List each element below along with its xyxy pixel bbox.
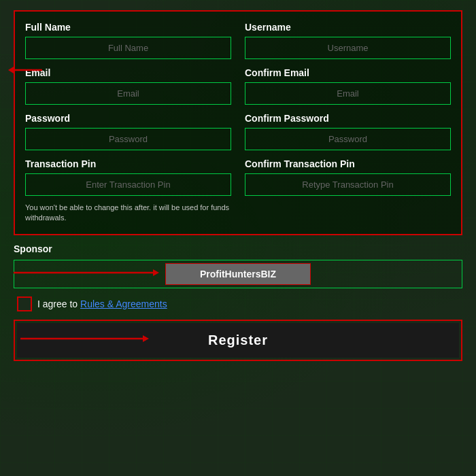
sponsor-section: Sponsor ProfitHuntersBIZ [14,243,462,288]
password-input[interactable] [25,128,231,150]
email-group: Email [25,67,231,105]
rules-link[interactable]: Rules & Agreements [80,299,167,309]
full-name-input[interactable] [25,37,231,59]
full-name-label: Full Name [25,22,231,33]
confirm-password-input[interactable] [245,128,451,150]
confirm-password-group: Confirm Password [245,113,451,150]
transaction-pin-label: Transaction Pin [25,158,231,169]
email-label: Email [25,67,231,78]
confirm-transaction-pin-label: Confirm Transaction Pin [245,158,451,169]
register-arrow [20,333,150,347]
full-name-group: Full Name [25,22,231,59]
confirm-transaction-pin-group: Confirm Transaction Pin [245,158,451,224]
confirm-password-label: Confirm Password [245,113,451,124]
form-grid: Full Name Username Email Confirm Email P… [25,22,451,224]
svg-marker-1 [8,67,14,73]
agree-text: I agree to Rules & Agreements [37,299,167,309]
arrow-decoration-top [8,65,46,78]
sponsor-value: ProfitHuntersBIZ [165,263,311,285]
confirm-email-input[interactable] [245,82,451,105]
username-group: Username [245,22,451,59]
password-label: Password [25,113,231,124]
sponsor-arrow [14,267,160,281]
transaction-pin-group: Transaction Pin You won't be able to cha… [25,158,231,224]
agree-prefix: I agree to [37,299,80,309]
page-container: Full Name Username Email Confirm Email P… [0,0,476,371]
username-label: Username [245,22,451,33]
hint-text: You won't be able to change this after. … [25,203,231,224]
password-group: Password [25,113,231,150]
register-section: Register [14,320,462,361]
username-input[interactable] [245,37,451,59]
sponsor-label: Sponsor [14,243,462,254]
main-form-box: Full Name Username Email Confirm Email P… [14,10,462,235]
transaction-pin-input[interactable] [25,173,231,196]
email-input[interactable] [25,82,231,105]
sponsor-row: ProfitHuntersBIZ [14,260,462,288]
agree-row: I agree to Rules & Agreements [14,296,462,311]
confirm-email-group: Confirm Email [245,67,451,105]
svg-marker-5 [143,335,149,342]
agree-checkbox[interactable] [17,296,32,311]
confirm-email-label: Confirm Email [245,67,451,78]
svg-marker-3 [153,269,159,276]
confirm-transaction-pin-input[interactable] [245,173,451,196]
